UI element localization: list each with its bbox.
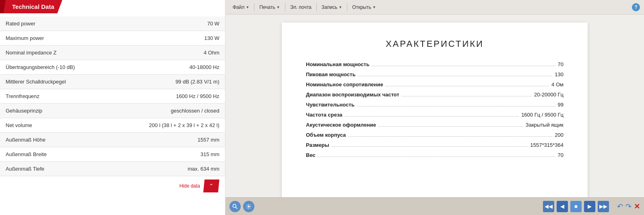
nav-prev-button[interactable]: ◀ <box>557 201 568 212</box>
doc-row-dots <box>345 116 519 117</box>
doc-row: Диапазон воспроизводимых частот 20-20000… <box>306 92 564 98</box>
doc-row-dots <box>402 96 532 96</box>
doc-row: Акустическое оформление Закрытый ящик <box>306 122 564 128</box>
doc-row-value: 4 Ом <box>551 81 564 88</box>
chevron-down-icon: ▼ <box>372 5 376 9</box>
doc-row: Номинальная мощность 70 <box>306 61 564 67</box>
spec-label: Nominal impedance Z <box>0 46 124 60</box>
spec-label: Übertragungsbereich (-10 dB) <box>0 60 124 75</box>
doc-row-value: 130 <box>555 71 564 77</box>
left-panel: Technical Data Rated power 70 W Maximum … <box>0 0 225 215</box>
document-area: ХАРАКТЕРИСТИКИ Номинальная мощность 70 П… <box>225 15 644 197</box>
spec-value: 40-18000 Hz <box>124 60 225 75</box>
table-row: Außenmaß Breite 315 mm <box>0 147 225 162</box>
spec-value: 1557 mm <box>124 133 225 147</box>
table-row: Übertragungsbereich (-10 dB) 40-18000 Hz <box>0 60 225 75</box>
doc-row: Вес 70 <box>306 152 564 158</box>
hide-data-row[interactable]: Hide data ⌃ <box>0 176 225 196</box>
toolbar-item-запись[interactable]: Запись▼ <box>318 3 345 11</box>
table-row: Net volume 200 l (38 l + 2 x 39 l + 2 x … <box>0 118 225 133</box>
spec-value: 315 mm <box>124 147 225 162</box>
doc-row: Частота среза 1600 Гц / 9500 Гц <box>306 112 564 118</box>
svg-line-1 <box>236 207 237 209</box>
toolbar-item-файл[interactable]: Файл▼ <box>229 3 252 11</box>
doc-row-dots <box>357 106 555 106</box>
table-row: Außenmaß Tiefe max. 634 mm <box>0 162 225 176</box>
doc-row: Пиковая мощность 130 <box>306 71 564 77</box>
doc-row: Объем корпуса 200 <box>306 132 564 138</box>
title-banner: Technical Data <box>0 0 62 13</box>
spec-value: 1600 Hz / 9500 Hz <box>124 89 225 104</box>
nav-current-button[interactable]: ■ <box>570 201 582 212</box>
toolbar-item-печать[interactable]: Печать▼ <box>256 3 283 11</box>
toolbar-item-эл. почта[interactable]: Эл. почта <box>287 3 315 11</box>
toolbar-label: Файл <box>233 4 245 10</box>
toolbar-item-открыть[interactable]: Открыть▼ <box>349 3 379 11</box>
doc-row-value: 1557*315*364 <box>530 142 564 148</box>
doc-row-label: Акустическое оформление <box>306 122 376 128</box>
nav-first-button[interactable]: ◀◀ <box>543 201 554 212</box>
spec-label: Rated power <box>0 17 124 31</box>
help-button[interactable]: ? <box>632 3 640 11</box>
spec-label: Gehäuseprinzip <box>0 104 124 118</box>
doc-row-label: Размеры <box>306 142 329 148</box>
chevron-up-icon: ⌃ <box>209 183 214 189</box>
undo-button[interactable]: ↶ <box>617 202 623 211</box>
chevron-down-icon: ▼ <box>277 5 280 9</box>
toolbar-label: Запись <box>322 4 337 10</box>
search-bottom-icon[interactable] <box>229 201 241 212</box>
doc-row-label: Номинальная мощность <box>306 61 369 67</box>
doc-row-value: 70 <box>558 152 564 158</box>
table-row: Trennfrequenz 1600 Hz / 9500 Hz <box>0 89 225 104</box>
doc-row-value: 70 <box>558 61 564 67</box>
doc-row: Чувствительность 99 <box>306 102 564 108</box>
toolbar-label: Печать <box>259 4 275 10</box>
spec-value: 99 dB (2.83 V/1 m) <box>124 75 225 89</box>
doc-row-label: Чувствительность <box>306 102 355 108</box>
doc-row-label: Пиковая мощность <box>306 71 355 77</box>
doc-row-value: Закрытый ящик <box>526 122 564 128</box>
spec-label: Außenmaß Höhe <box>0 133 124 147</box>
nav-last-button[interactable]: ▶▶ <box>598 201 609 212</box>
svg-point-2 <box>248 205 250 207</box>
table-row: Rated power 70 W <box>0 17 225 31</box>
toolbar-right: ? <box>632 3 640 11</box>
doc-row-dots <box>378 126 523 127</box>
hide-data-button[interactable]: ⌃ <box>203 180 219 192</box>
document-title: ХАРАКТЕРИСТИКИ <box>306 39 564 49</box>
spec-label: Außenmaß Breite <box>0 147 124 162</box>
doc-row-dots <box>358 76 552 76</box>
table-row: Gehäuseprinzip geschlossen / closed <box>0 104 225 118</box>
spec-label: Maximum power <box>0 31 124 46</box>
toolbar-separator <box>254 3 254 11</box>
toolbar-label: Открыть <box>352 4 371 10</box>
chevron-down-icon: ▼ <box>246 5 250 9</box>
doc-row: Номинальное сопротивление 4 Ом <box>306 81 564 88</box>
doc-row-label: Вес <box>306 152 316 158</box>
spec-label: Mittlerer Schalldruckpegel <box>0 75 124 89</box>
table-row: Maximum power 130 W <box>0 31 225 46</box>
toolbar-separator <box>316 3 317 11</box>
document-page: ХАРАКТЕРИСТИКИ Номинальная мощность 70 П… <box>282 23 588 197</box>
toolbar-separator <box>285 3 285 11</box>
right-panel: Файл▼Печать▼Эл. почтаЗапись▼Открыть▼ ? Х… <box>225 0 644 215</box>
spec-value: 130 W <box>124 31 225 46</box>
doc-row-label: Номинальное сопротивление <box>306 81 383 88</box>
hide-data-label: Hide data <box>180 183 200 189</box>
doc-row-label: Частота среза <box>306 112 343 118</box>
doc-row-label: Диапазон воспроизводимых частот <box>306 92 399 98</box>
spec-value: geschlossen / closed <box>124 104 225 118</box>
doc-row-value: 1600 Гц / 9500 Гц <box>521 112 564 118</box>
toolbar-separator <box>347 3 347 11</box>
nav-next-button[interactable]: ▶ <box>584 201 595 212</box>
toolbar-label: Эл. почта <box>290 4 312 10</box>
spec-label: Net volume <box>0 118 124 133</box>
settings-bottom-icon[interactable] <box>243 201 254 212</box>
redo-button[interactable]: ↷ <box>625 202 632 211</box>
close-button[interactable]: ✕ <box>634 202 640 211</box>
chevron-down-icon: ▼ <box>339 5 342 9</box>
section-title: Technical Data <box>12 3 54 10</box>
toolbar: Файл▼Печать▼Эл. почтаЗапись▼Открыть▼ ? <box>225 0 644 15</box>
doc-row-label: Объем корпуса <box>306 132 346 138</box>
spec-label: Außenmaß Tiefe <box>0 162 124 176</box>
